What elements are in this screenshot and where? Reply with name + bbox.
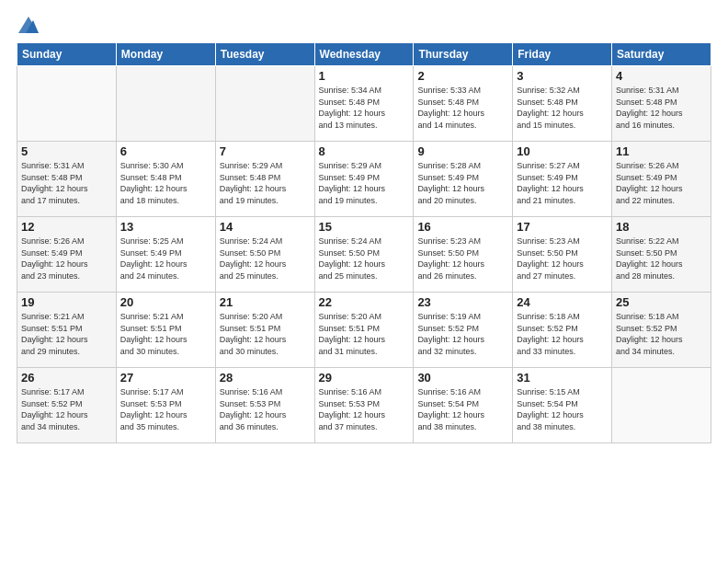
week-row-2: 5Sunrise: 5:31 AM Sunset: 5:48 PM Daylig… xyxy=(17,142,711,217)
weekday-header-thursday: Thursday xyxy=(414,43,513,66)
calendar-cell: 10Sunrise: 5:27 AM Sunset: 5:49 PM Dayli… xyxy=(513,142,612,217)
day-number: 22 xyxy=(319,295,410,309)
day-number: 3 xyxy=(517,69,608,83)
calendar-cell: 31Sunrise: 5:15 AM Sunset: 5:54 PM Dayli… xyxy=(513,368,612,443)
day-info: Sunrise: 5:23 AM Sunset: 5:50 PM Dayligh… xyxy=(517,236,608,282)
day-number: 1 xyxy=(319,69,410,83)
weekday-header-sunday: Sunday xyxy=(17,43,117,66)
calendar-cell: 23Sunrise: 5:19 AM Sunset: 5:52 PM Dayli… xyxy=(414,293,513,368)
day-number: 30 xyxy=(417,371,508,385)
calendar-cell: 19Sunrise: 5:21 AM Sunset: 5:51 PM Dayli… xyxy=(17,293,117,368)
calendar-cell: 25Sunrise: 5:18 AM Sunset: 5:52 PM Dayli… xyxy=(612,293,711,368)
day-info: Sunrise: 5:16 AM Sunset: 5:54 PM Dayligh… xyxy=(417,386,508,432)
calendar-cell: 8Sunrise: 5:29 AM Sunset: 5:49 PM Daylig… xyxy=(314,142,414,217)
day-number: 21 xyxy=(220,295,311,309)
day-number: 9 xyxy=(417,144,508,158)
day-info: Sunrise: 5:34 AM Sunset: 5:48 PM Dayligh… xyxy=(319,85,410,131)
day-info: Sunrise: 5:21 AM Sunset: 5:51 PM Dayligh… xyxy=(21,311,112,357)
calendar-cell: 15Sunrise: 5:24 AM Sunset: 5:50 PM Dayli… xyxy=(314,217,414,293)
calendar-cell: 29Sunrise: 5:16 AM Sunset: 5:53 PM Dayli… xyxy=(314,368,414,443)
day-number: 4 xyxy=(616,69,707,83)
day-number: 19 xyxy=(21,295,112,309)
calendar-cell: 12Sunrise: 5:26 AM Sunset: 5:49 PM Dayli… xyxy=(17,217,117,293)
day-number: 6 xyxy=(120,144,211,158)
weekday-header-monday: Monday xyxy=(116,43,215,66)
day-info: Sunrise: 5:31 AM Sunset: 5:48 PM Dayligh… xyxy=(616,85,707,131)
day-number: 16 xyxy=(417,220,508,234)
week-row-1: 1Sunrise: 5:34 AM Sunset: 5:48 PM Daylig… xyxy=(17,66,711,142)
calendar-cell: 20Sunrise: 5:21 AM Sunset: 5:51 PM Dayli… xyxy=(116,293,215,368)
day-number: 26 xyxy=(21,371,112,385)
day-info: Sunrise: 5:25 AM Sunset: 5:49 PM Dayligh… xyxy=(120,236,211,282)
day-info: Sunrise: 5:18 AM Sunset: 5:52 PM Dayligh… xyxy=(517,311,608,357)
day-number: 18 xyxy=(616,220,707,234)
day-number: 5 xyxy=(21,144,112,158)
calendar-cell: 6Sunrise: 5:30 AM Sunset: 5:48 PM Daylig… xyxy=(116,142,215,217)
day-info: Sunrise: 5:19 AM Sunset: 5:52 PM Dayligh… xyxy=(417,311,508,357)
calendar-cell: 14Sunrise: 5:24 AM Sunset: 5:50 PM Dayli… xyxy=(215,217,314,293)
day-number: 27 xyxy=(120,371,211,385)
day-number: 17 xyxy=(517,220,608,234)
day-info: Sunrise: 5:16 AM Sunset: 5:53 PM Dayligh… xyxy=(220,386,311,432)
day-info: Sunrise: 5:20 AM Sunset: 5:51 PM Dayligh… xyxy=(319,311,410,357)
calendar-cell: 9Sunrise: 5:28 AM Sunset: 5:49 PM Daylig… xyxy=(414,142,513,217)
day-info: Sunrise: 5:17 AM Sunset: 5:52 PM Dayligh… xyxy=(21,386,112,432)
calendar: SundayMondayTuesdayWednesdayThursdayFrid… xyxy=(17,42,711,443)
calendar-cell xyxy=(215,66,314,142)
calendar-cell: 16Sunrise: 5:23 AM Sunset: 5:50 PM Dayli… xyxy=(414,217,513,293)
day-info: Sunrise: 5:17 AM Sunset: 5:53 PM Dayligh… xyxy=(120,386,211,432)
day-info: Sunrise: 5:18 AM Sunset: 5:52 PM Dayligh… xyxy=(616,311,707,357)
day-number: 13 xyxy=(120,220,211,234)
calendar-cell: 5Sunrise: 5:31 AM Sunset: 5:48 PM Daylig… xyxy=(17,142,117,217)
day-number: 20 xyxy=(120,295,211,309)
calendar-cell: 24Sunrise: 5:18 AM Sunset: 5:52 PM Dayli… xyxy=(513,293,612,368)
week-row-5: 26Sunrise: 5:17 AM Sunset: 5:52 PM Dayli… xyxy=(17,368,711,443)
day-info: Sunrise: 5:32 AM Sunset: 5:48 PM Dayligh… xyxy=(517,85,608,131)
day-number: 11 xyxy=(616,144,707,158)
calendar-cell: 17Sunrise: 5:23 AM Sunset: 5:50 PM Dayli… xyxy=(513,217,612,293)
day-info: Sunrise: 5:24 AM Sunset: 5:50 PM Dayligh… xyxy=(220,236,311,282)
day-info: Sunrise: 5:22 AM Sunset: 5:50 PM Dayligh… xyxy=(616,236,707,282)
header xyxy=(17,17,711,33)
calendar-cell xyxy=(17,66,117,142)
day-info: Sunrise: 5:30 AM Sunset: 5:48 PM Dayligh… xyxy=(120,160,211,206)
day-info: Sunrise: 5:21 AM Sunset: 5:51 PM Dayligh… xyxy=(120,311,211,357)
calendar-cell xyxy=(116,66,215,142)
calendar-cell xyxy=(612,368,711,443)
weekday-header-friday: Friday xyxy=(513,43,612,66)
calendar-cell: 21Sunrise: 5:20 AM Sunset: 5:51 PM Dayli… xyxy=(215,293,314,368)
calendar-cell: 4Sunrise: 5:31 AM Sunset: 5:48 PM Daylig… xyxy=(612,66,711,142)
day-number: 7 xyxy=(220,144,311,158)
weekday-header-wednesday: Wednesday xyxy=(314,43,414,66)
day-number: 23 xyxy=(417,295,508,309)
calendar-cell: 11Sunrise: 5:26 AM Sunset: 5:49 PM Dayli… xyxy=(612,142,711,217)
day-number: 31 xyxy=(517,371,608,385)
day-number: 8 xyxy=(319,144,410,158)
day-info: Sunrise: 5:23 AM Sunset: 5:50 PM Dayligh… xyxy=(417,236,508,282)
day-info: Sunrise: 5:20 AM Sunset: 5:51 PM Dayligh… xyxy=(220,311,311,357)
calendar-cell: 27Sunrise: 5:17 AM Sunset: 5:53 PM Dayli… xyxy=(116,368,215,443)
calendar-cell: 7Sunrise: 5:29 AM Sunset: 5:48 PM Daylig… xyxy=(215,142,314,217)
day-info: Sunrise: 5:27 AM Sunset: 5:49 PM Dayligh… xyxy=(517,160,608,206)
day-info: Sunrise: 5:15 AM Sunset: 5:54 PM Dayligh… xyxy=(517,386,608,432)
day-info: Sunrise: 5:24 AM Sunset: 5:50 PM Dayligh… xyxy=(319,236,410,282)
calendar-cell: 18Sunrise: 5:22 AM Sunset: 5:50 PM Dayli… xyxy=(612,217,711,293)
calendar-cell: 22Sunrise: 5:20 AM Sunset: 5:51 PM Dayli… xyxy=(314,293,414,368)
day-info: Sunrise: 5:29 AM Sunset: 5:49 PM Dayligh… xyxy=(319,160,410,206)
day-number: 12 xyxy=(21,220,112,234)
week-row-4: 19Sunrise: 5:21 AM Sunset: 5:51 PM Dayli… xyxy=(17,293,711,368)
day-info: Sunrise: 5:26 AM Sunset: 5:49 PM Dayligh… xyxy=(21,236,112,282)
calendar-cell: 2Sunrise: 5:33 AM Sunset: 5:48 PM Daylig… xyxy=(414,66,513,142)
weekday-header-row: SundayMondayTuesdayWednesdayThursdayFrid… xyxy=(17,43,711,66)
calendar-cell: 30Sunrise: 5:16 AM Sunset: 5:54 PM Dayli… xyxy=(414,368,513,443)
day-info: Sunrise: 5:26 AM Sunset: 5:49 PM Dayligh… xyxy=(616,160,707,206)
calendar-cell: 28Sunrise: 5:16 AM Sunset: 5:53 PM Dayli… xyxy=(215,368,314,443)
logo xyxy=(17,17,39,33)
logo-icon xyxy=(18,17,39,33)
day-info: Sunrise: 5:33 AM Sunset: 5:48 PM Dayligh… xyxy=(417,85,508,131)
day-number: 28 xyxy=(220,371,311,385)
day-number: 25 xyxy=(616,295,707,309)
day-number: 15 xyxy=(319,220,410,234)
day-info: Sunrise: 5:28 AM Sunset: 5:49 PM Dayligh… xyxy=(417,160,508,206)
day-info: Sunrise: 5:16 AM Sunset: 5:53 PM Dayligh… xyxy=(319,386,410,432)
